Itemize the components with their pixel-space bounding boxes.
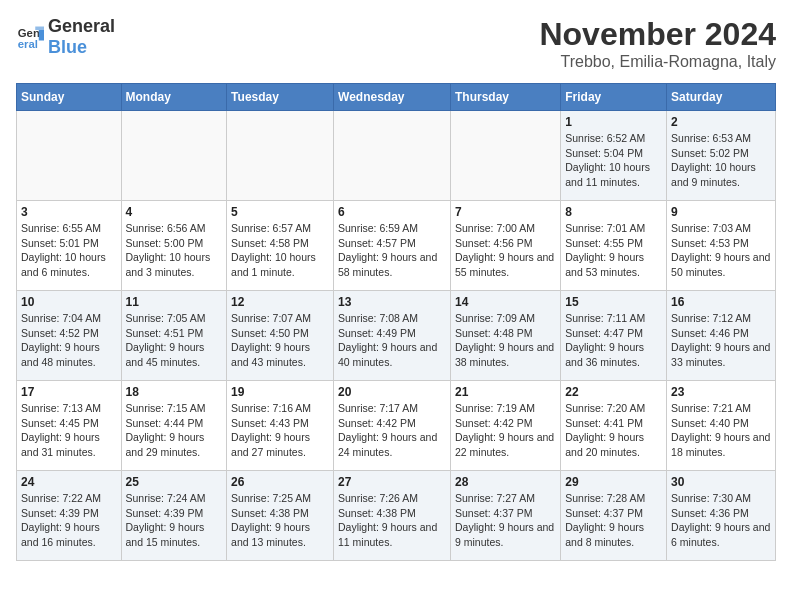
day-number: 30 — [671, 475, 771, 489]
day-info: Sunrise: 6:55 AM Sunset: 5:01 PM Dayligh… — [21, 221, 117, 280]
logo-blue-text: Blue — [48, 37, 87, 57]
calendar-cell: 4Sunrise: 6:56 AM Sunset: 5:00 PM Daylig… — [121, 201, 227, 291]
calendar-cell: 25Sunrise: 7:24 AM Sunset: 4:39 PM Dayli… — [121, 471, 227, 561]
svg-marker-3 — [35, 27, 44, 31]
day-number: 14 — [455, 295, 556, 309]
calendar-cell: 26Sunrise: 7:25 AM Sunset: 4:38 PM Dayli… — [227, 471, 334, 561]
day-number: 6 — [338, 205, 446, 219]
day-number: 22 — [565, 385, 662, 399]
weekday-header: Saturday — [667, 84, 776, 111]
day-number: 1 — [565, 115, 662, 129]
calendar-week-row: 1Sunrise: 6:52 AM Sunset: 5:04 PM Daylig… — [17, 111, 776, 201]
calendar-cell: 27Sunrise: 7:26 AM Sunset: 4:38 PM Dayli… — [334, 471, 451, 561]
calendar-cell: 16Sunrise: 7:12 AM Sunset: 4:46 PM Dayli… — [667, 291, 776, 381]
day-number: 24 — [21, 475, 117, 489]
day-info: Sunrise: 7:15 AM Sunset: 4:44 PM Dayligh… — [126, 401, 223, 460]
weekday-header: Wednesday — [334, 84, 451, 111]
svg-text:eral: eral — [18, 38, 38, 50]
day-info: Sunrise: 7:21 AM Sunset: 4:40 PM Dayligh… — [671, 401, 771, 460]
logo-general-text: General — [48, 16, 115, 36]
day-info: Sunrise: 6:57 AM Sunset: 4:58 PM Dayligh… — [231, 221, 329, 280]
day-info: Sunrise: 7:01 AM Sunset: 4:55 PM Dayligh… — [565, 221, 662, 280]
day-number: 13 — [338, 295, 446, 309]
calendar-cell: 6Sunrise: 6:59 AM Sunset: 4:57 PM Daylig… — [334, 201, 451, 291]
day-info: Sunrise: 7:17 AM Sunset: 4:42 PM Dayligh… — [338, 401, 446, 460]
day-info: Sunrise: 7:07 AM Sunset: 4:50 PM Dayligh… — [231, 311, 329, 370]
day-number: 15 — [565, 295, 662, 309]
calendar-cell: 9Sunrise: 7:03 AM Sunset: 4:53 PM Daylig… — [667, 201, 776, 291]
day-number: 20 — [338, 385, 446, 399]
day-info: Sunrise: 7:30 AM Sunset: 4:36 PM Dayligh… — [671, 491, 771, 550]
day-info: Sunrise: 7:08 AM Sunset: 4:49 PM Dayligh… — [338, 311, 446, 370]
calendar-cell: 29Sunrise: 7:28 AM Sunset: 4:37 PM Dayli… — [561, 471, 667, 561]
calendar-week-row: 3Sunrise: 6:55 AM Sunset: 5:01 PM Daylig… — [17, 201, 776, 291]
calendar-cell: 7Sunrise: 7:00 AM Sunset: 4:56 PM Daylig… — [450, 201, 560, 291]
day-info: Sunrise: 7:24 AM Sunset: 4:39 PM Dayligh… — [126, 491, 223, 550]
day-number: 10 — [21, 295, 117, 309]
day-info: Sunrise: 6:59 AM Sunset: 4:57 PM Dayligh… — [338, 221, 446, 280]
logo-icon: Gen eral — [16, 23, 44, 51]
calendar-cell: 1Sunrise: 6:52 AM Sunset: 5:04 PM Daylig… — [561, 111, 667, 201]
calendar-cell — [17, 111, 122, 201]
calendar-cell: 22Sunrise: 7:20 AM Sunset: 4:41 PM Dayli… — [561, 381, 667, 471]
calendar-header-row: SundayMondayTuesdayWednesdayThursdayFrid… — [17, 84, 776, 111]
calendar-cell — [450, 111, 560, 201]
day-number: 18 — [126, 385, 223, 399]
day-info: Sunrise: 7:03 AM Sunset: 4:53 PM Dayligh… — [671, 221, 771, 280]
logo: Gen eral General Blue — [16, 16, 115, 58]
calendar-cell: 18Sunrise: 7:15 AM Sunset: 4:44 PM Dayli… — [121, 381, 227, 471]
day-info: Sunrise: 7:20 AM Sunset: 4:41 PM Dayligh… — [565, 401, 662, 460]
calendar-body: 1Sunrise: 6:52 AM Sunset: 5:04 PM Daylig… — [17, 111, 776, 561]
day-number: 29 — [565, 475, 662, 489]
calendar-cell — [121, 111, 227, 201]
day-info: Sunrise: 7:04 AM Sunset: 4:52 PM Dayligh… — [21, 311, 117, 370]
calendar-cell: 23Sunrise: 7:21 AM Sunset: 4:40 PM Dayli… — [667, 381, 776, 471]
day-number: 21 — [455, 385, 556, 399]
calendar-cell: 28Sunrise: 7:27 AM Sunset: 4:37 PM Dayli… — [450, 471, 560, 561]
day-info: Sunrise: 6:53 AM Sunset: 5:02 PM Dayligh… — [671, 131, 771, 190]
title-area: November 2024 Trebbo, Emilia-Romagna, It… — [539, 16, 776, 71]
page-header: Gen eral General Blue November 2024 Treb… — [16, 16, 776, 71]
calendar-week-row: 24Sunrise: 7:22 AM Sunset: 4:39 PM Dayli… — [17, 471, 776, 561]
day-info: Sunrise: 7:05 AM Sunset: 4:51 PM Dayligh… — [126, 311, 223, 370]
day-info: Sunrise: 7:22 AM Sunset: 4:39 PM Dayligh… — [21, 491, 117, 550]
weekday-header: Sunday — [17, 84, 122, 111]
day-info: Sunrise: 7:13 AM Sunset: 4:45 PM Dayligh… — [21, 401, 117, 460]
day-number: 26 — [231, 475, 329, 489]
day-number: 5 — [231, 205, 329, 219]
weekday-header: Tuesday — [227, 84, 334, 111]
day-number: 3 — [21, 205, 117, 219]
calendar-cell: 13Sunrise: 7:08 AM Sunset: 4:49 PM Dayli… — [334, 291, 451, 381]
calendar-cell: 12Sunrise: 7:07 AM Sunset: 4:50 PM Dayli… — [227, 291, 334, 381]
day-info: Sunrise: 7:11 AM Sunset: 4:47 PM Dayligh… — [565, 311, 662, 370]
day-number: 23 — [671, 385, 771, 399]
calendar-cell — [334, 111, 451, 201]
day-number: 28 — [455, 475, 556, 489]
day-info: Sunrise: 7:28 AM Sunset: 4:37 PM Dayligh… — [565, 491, 662, 550]
calendar-cell: 8Sunrise: 7:01 AM Sunset: 4:55 PM Daylig… — [561, 201, 667, 291]
calendar-cell: 2Sunrise: 6:53 AM Sunset: 5:02 PM Daylig… — [667, 111, 776, 201]
calendar-cell: 11Sunrise: 7:05 AM Sunset: 4:51 PM Dayli… — [121, 291, 227, 381]
weekday-header: Monday — [121, 84, 227, 111]
calendar-cell: 10Sunrise: 7:04 AM Sunset: 4:52 PM Dayli… — [17, 291, 122, 381]
day-info: Sunrise: 7:09 AM Sunset: 4:48 PM Dayligh… — [455, 311, 556, 370]
day-number: 25 — [126, 475, 223, 489]
day-info: Sunrise: 7:00 AM Sunset: 4:56 PM Dayligh… — [455, 221, 556, 280]
day-info: Sunrise: 7:25 AM Sunset: 4:38 PM Dayligh… — [231, 491, 329, 550]
calendar-cell: 17Sunrise: 7:13 AM Sunset: 4:45 PM Dayli… — [17, 381, 122, 471]
calendar-cell — [227, 111, 334, 201]
day-number: 27 — [338, 475, 446, 489]
day-info: Sunrise: 7:26 AM Sunset: 4:38 PM Dayligh… — [338, 491, 446, 550]
calendar-cell: 14Sunrise: 7:09 AM Sunset: 4:48 PM Dayli… — [450, 291, 560, 381]
calendar-week-row: 17Sunrise: 7:13 AM Sunset: 4:45 PM Dayli… — [17, 381, 776, 471]
day-number: 9 — [671, 205, 771, 219]
day-number: 7 — [455, 205, 556, 219]
day-number: 17 — [21, 385, 117, 399]
day-info: Sunrise: 6:52 AM Sunset: 5:04 PM Dayligh… — [565, 131, 662, 190]
day-number: 12 — [231, 295, 329, 309]
calendar-week-row: 10Sunrise: 7:04 AM Sunset: 4:52 PM Dayli… — [17, 291, 776, 381]
weekday-header: Thursday — [450, 84, 560, 111]
day-number: 8 — [565, 205, 662, 219]
calendar-cell: 5Sunrise: 6:57 AM Sunset: 4:58 PM Daylig… — [227, 201, 334, 291]
weekday-header: Friday — [561, 84, 667, 111]
